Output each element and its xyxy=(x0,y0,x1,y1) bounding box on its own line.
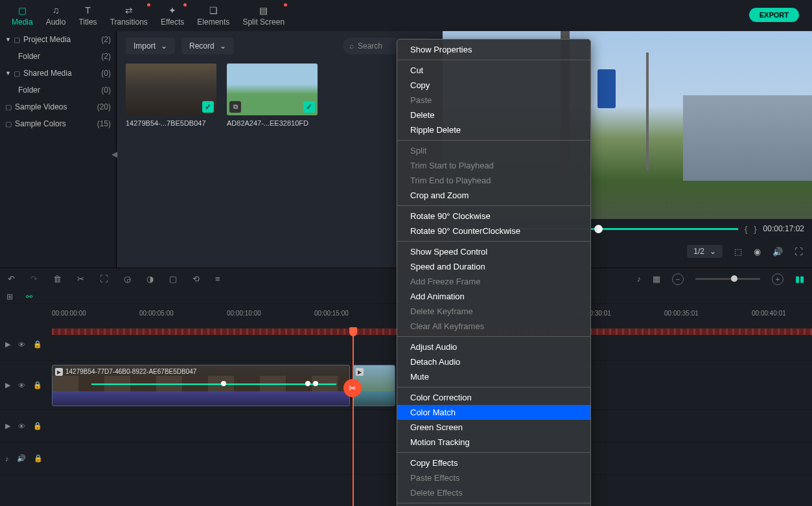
context-menu-item[interactable]: Add Animation xyxy=(397,289,590,304)
import-dropdown[interactable]: Import ⌄ xyxy=(126,38,175,54)
context-menu-item[interactable]: Show Properties xyxy=(397,42,590,57)
screen-box-icon[interactable]: ▢ xyxy=(169,274,177,284)
tab-titles[interactable]: T Titles xyxy=(72,2,103,29)
tab-effects[interactable]: ✦ Effects xyxy=(154,2,191,29)
context-menu-item[interactable]: Color Match xyxy=(397,405,590,420)
lock-icon[interactable]: 🔒 xyxy=(33,381,42,389)
mark-out-icon[interactable]: } xyxy=(754,224,756,234)
mark-in-icon[interactable]: { xyxy=(745,224,747,234)
context-menu-item[interactable]: Adjust Audio xyxy=(397,339,590,354)
context-menu-item[interactable]: Rotate 90° CounterClockwise xyxy=(397,224,590,238)
color-icon[interactable]: ◑ xyxy=(146,274,154,284)
volume-icon[interactable]: 🔊 xyxy=(17,454,26,463)
marker-icon[interactable]: ♪ xyxy=(637,274,642,284)
effects-icon: ✦ xyxy=(167,5,178,16)
eye-icon[interactable]: 👁 xyxy=(18,341,25,349)
playhead[interactable]: ✂ xyxy=(353,328,354,506)
keyframe-icon[interactable] xyxy=(305,381,310,386)
context-menu-item[interactable]: Copy xyxy=(397,78,590,93)
context-menu-item: Trim End to Playhead xyxy=(397,173,590,188)
scrub-thumb-icon[interactable] xyxy=(594,225,603,233)
tab-media[interactable]: ▢ Media xyxy=(5,2,40,29)
play-icon[interactable]: ▶ xyxy=(5,340,10,349)
export-button[interactable]: EXPORT xyxy=(749,8,799,22)
notification-dot-icon xyxy=(183,3,187,6)
context-menu-label: Delete Keyframe xyxy=(410,306,473,316)
context-menu-item[interactable]: Cut xyxy=(397,63,590,78)
context-menu-item[interactable]: Green Screen xyxy=(397,420,590,435)
delete-icon[interactable]: 🗑 xyxy=(53,274,62,284)
tab-transitions[interactable]: ⇄ Transitions xyxy=(104,2,154,29)
cut-icon[interactable]: ✂ xyxy=(77,274,84,284)
zoom-in-button[interactable]: + xyxy=(772,273,783,285)
sidebar-item-sample-colors[interactable]: ▢ Sample Colors (15) xyxy=(0,115,116,132)
context-menu-item[interactable]: Speed and Duration xyxy=(397,259,590,274)
zoom-thumb-icon[interactable] xyxy=(731,275,737,282)
lock-icon[interactable]: 🔒 xyxy=(33,340,42,349)
sidebar-item-folder[interactable]: Folder (0) xyxy=(0,82,116,98)
collapse-panel-icon[interactable]: ◀ xyxy=(111,150,117,159)
context-menu-label: Copy Effects xyxy=(410,458,458,468)
context-menu-label: Green Screen xyxy=(410,422,463,432)
context-menu-item[interactable]: Crop and Zoom xyxy=(397,188,590,203)
preview-scale-dropdown[interactable]: 1/2 ⌄ xyxy=(687,245,723,258)
play-icon[interactable]: ▶ xyxy=(5,422,10,430)
context-menu-item[interactable]: Ripple Delete xyxy=(397,122,590,137)
volume-icon[interactable]: 🔊 xyxy=(772,247,783,257)
box-icon[interactable]: ▦ xyxy=(653,274,660,284)
timeline-clip[interactable]: ▶ 14279B54-77D7-46B0-8922-AE67BE5DB047 xyxy=(52,365,350,406)
context-menu-item[interactable]: Color Correction xyxy=(397,390,590,405)
fullscreen-icon[interactable]: ⛶ xyxy=(795,247,803,257)
zoom-slider[interactable] xyxy=(695,278,760,280)
sidebar-item-project-media[interactable]: ▼ ▢ Project Media (2) xyxy=(0,31,116,48)
sidebar-item-shared-media[interactable]: ▼ ▢ Shared Media (0) xyxy=(0,65,116,82)
context-menu-separator xyxy=(397,452,590,453)
preview-pole xyxy=(646,52,649,170)
record-dropdown[interactable]: Record ⌄ xyxy=(181,38,234,54)
context-menu-item[interactable]: Show Speed Control xyxy=(397,244,590,259)
transitions-icon: ⇄ xyxy=(123,5,135,16)
context-menu-item[interactable]: Motion Tracking xyxy=(397,435,590,450)
redo-icon[interactable]: ↷ xyxy=(30,274,38,284)
scissors-icon[interactable]: ✂ xyxy=(343,379,362,397)
eye-icon[interactable]: 👁 xyxy=(18,382,25,389)
tab-audio[interactable]: ♫ Audio xyxy=(40,2,73,29)
snap-icon[interactable]: ⊞ xyxy=(6,292,13,301)
lock-icon[interactable]: 🔒 xyxy=(33,422,42,430)
undo-icon[interactable]: ↶ xyxy=(8,274,15,284)
scale-label: 1/2 xyxy=(693,247,704,256)
audio-meter-icon[interactable]: ▮▮ xyxy=(795,274,804,284)
context-menu-label: Delete xyxy=(410,110,435,120)
track-controls: ▶ 👁 🔒 xyxy=(0,422,52,430)
snapshot-icon[interactable]: ◉ xyxy=(754,247,761,257)
fit-icon[interactable]: ⟲ xyxy=(192,274,200,284)
link-icon[interactable]: ⚯ xyxy=(26,292,32,301)
tab-split-screen[interactable]: ▤ Split Screen xyxy=(236,2,291,29)
zoom-out-button[interactable]: − xyxy=(672,273,684,285)
media-thumbnail[interactable]: ⧉ ✓ AD82A247-...EE32810FD xyxy=(227,63,318,127)
context-menu-item[interactable]: Detach Audio xyxy=(397,354,590,369)
context-menu-label: Split xyxy=(410,146,426,155)
screen-icon[interactable]: ⬚ xyxy=(734,247,742,257)
tab-elements[interactable]: ❏ Elements xyxy=(191,2,236,29)
context-menu-item[interactable]: Rotate 90° Clockwise xyxy=(397,209,590,224)
keyframe-icon[interactable] xyxy=(313,381,318,386)
playhead-head-icon[interactable] xyxy=(349,327,357,336)
time-mark: 00:00:05:00 xyxy=(139,310,174,317)
settings-icon[interactable]: ≡ xyxy=(215,274,220,284)
context-menu-item[interactable]: Delete xyxy=(397,108,590,122)
context-menu-item[interactable]: Copy Effects xyxy=(397,455,590,470)
music-icon[interactable]: ♪ xyxy=(5,455,9,463)
eye-icon[interactable]: 👁 xyxy=(18,422,25,430)
chevron-down-icon: ⌄ xyxy=(161,41,167,51)
crop-icon[interactable]: ⛶ xyxy=(100,274,108,284)
sidebar-item-folder[interactable]: Folder (2) xyxy=(0,48,116,65)
context-menu-item[interactable]: Mute xyxy=(397,369,590,384)
media-thumbnail[interactable]: ✓ 14279B54-...7BE5DB047 xyxy=(126,63,216,127)
clip-waveform xyxy=(52,391,349,406)
lock-icon[interactable]: 🔒 xyxy=(34,454,43,463)
keyframe-icon[interactable] xyxy=(221,381,226,386)
play-icon[interactable]: ▶ xyxy=(5,381,10,389)
speed-icon[interactable]: ◶ xyxy=(124,274,131,284)
sidebar-item-sample-videos[interactable]: ▢ Sample Videos (20) xyxy=(0,98,116,115)
